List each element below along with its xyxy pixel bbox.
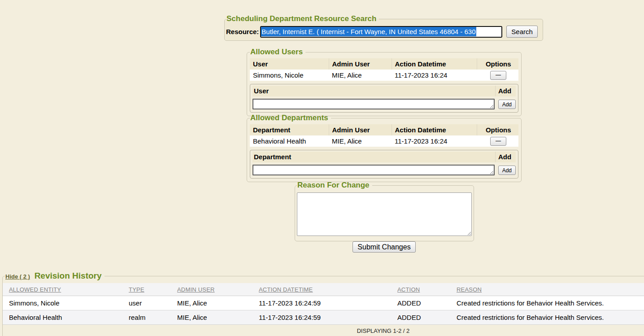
revision-admin: MIE, Alice	[174, 310, 256, 325]
revision-reason: Created restrictions for Behavior Health…	[454, 310, 644, 325]
allowed-departments-fieldset: Allowed Departments Department Admin Use…	[247, 113, 522, 182]
allowed-departments-table: Department Admin User Action Datetime Op…	[250, 124, 518, 147]
allowed-departments-header-row: Department Admin User Action Datetime Op…	[250, 124, 518, 135]
add-user-column-label: User	[252, 86, 495, 96]
remove-user-button[interactable]: —	[490, 71, 506, 80]
column-header-user: User	[250, 58, 329, 70]
revision-datetime: 11-17-2023 16:24:59	[256, 310, 395, 325]
reason-textarea[interactable]	[297, 192, 472, 236]
add-user-header: User Add	[252, 86, 516, 96]
sort-action-link[interactable]: ACTION	[397, 286, 420, 293]
allowed-users-legend: Allowed Users	[250, 48, 305, 57]
add-user-add-label: Add	[495, 86, 516, 96]
scheduling-resource-restrictions-page: { "colors": { "page_bg": "#f3eedd", "bei…	[0, 0, 644, 336]
add-department-row: Add	[252, 165, 516, 175]
resource-search-legend: Scheduling Department Resource Search	[226, 14, 379, 23]
sort-type-link[interactable]: TYPE	[129, 286, 144, 293]
resource-row: Resource: Butler, Internist E. ( Interni…	[226, 26, 541, 38]
reason-for-change-legend: Reason For Change	[297, 181, 372, 190]
revision-entity: Simmons, Nicole	[3, 296, 126, 310]
resource-label: Resource:	[226, 28, 259, 35]
allowed-department-row: Behavioral Health MIE, Alice 11-17-2023 …	[250, 135, 518, 147]
sort-reason-link[interactable]: REASON	[457, 286, 482, 293]
allowed-department-name: Behavioral Health	[250, 135, 329, 147]
allowed-department-datetime: 11-17-2023 16:24	[392, 135, 477, 147]
add-department-add-label: Add	[495, 152, 516, 162]
allowed-user-name: Simmons, Nicole	[250, 70, 329, 81]
resource-search-fieldset: Scheduling Department Resource Search Re…	[224, 14, 543, 41]
allowed-department-admin: MIE, Alice	[329, 135, 392, 147]
revision-entity: Behavioral Health	[3, 310, 126, 325]
allowed-users-header-row: User Admin User Action Datetime Options	[250, 58, 518, 70]
add-department-column-label: Department	[252, 152, 495, 162]
add-user-button[interactable]: Add	[498, 100, 516, 109]
revision-history-legend: Hide ( 2 ) Revision History	[5, 271, 104, 281]
sort-action-datetime-link[interactable]: ACTION DATETIME	[259, 286, 313, 293]
revision-admin: MIE, Alice	[174, 296, 256, 310]
resource-input[interactable]: Butler, Internist E. ( Internist - Fort …	[260, 26, 502, 38]
add-department-box: Department Add Add	[250, 150, 518, 179]
allowed-users-fieldset: Allowed Users User Admin User Action Dat…	[247, 48, 522, 116]
add-user-row: Add	[252, 99, 516, 109]
allowed-user-datetime: 11-17-2023 16:24	[392, 70, 477, 81]
column-header-options: Options	[477, 124, 518, 135]
revision-action: ADDED	[395, 310, 454, 325]
allowed-user-row: Simmons, Nicole MIE, Alice 11-17-2023 16…	[250, 70, 518, 81]
revision-history-title: Revision History	[35, 271, 102, 280]
add-user-box: User Add Add	[250, 84, 518, 113]
revision-action: ADDED	[395, 296, 454, 310]
add-department-header: Department Add	[252, 152, 516, 162]
revision-row: Simmons, Nicole user MIE, Alice 11-17-20…	[3, 296, 644, 310]
column-header-admin-user: Admin User	[329, 124, 392, 135]
resource-input-selected-text: Butler, Internist E. ( Internist - Fort …	[261, 27, 476, 36]
search-button[interactable]: Search	[506, 26, 538, 38]
reason-for-change-fieldset: Reason For Change	[295, 181, 474, 241]
column-header-action-datetime: Action Datetime	[392, 124, 477, 135]
revision-type: realm	[126, 310, 174, 325]
column-header-department: Department	[250, 124, 329, 135]
paging-status: DISPLAYING 1-2 / 2	[3, 325, 644, 336]
add-user-input[interactable]	[252, 99, 495, 109]
add-department-input[interactable]	[252, 165, 495, 175]
sort-admin-user-link[interactable]: ADMIN USER	[177, 286, 215, 293]
hide-link[interactable]: Hide ( 2 )	[5, 273, 30, 280]
remove-department-button[interactable]: —	[490, 137, 506, 146]
allowed-departments-legend: Allowed Departments	[250, 113, 331, 122]
submit-changes-button[interactable]: Submit Changes	[352, 241, 416, 253]
revision-reason: Created restrictions for Behavior Health…	[454, 296, 644, 310]
column-header-action-datetime: Action Datetime	[392, 58, 477, 70]
sort-allowed-entity-link[interactable]: ALLOWED ENTITY	[9, 286, 61, 293]
revision-history-fieldset: Hide ( 2 ) Revision History ALLOWED ENTI…	[2, 271, 644, 336]
column-header-options: Options	[477, 58, 518, 70]
add-department-button[interactable]: Add	[498, 166, 516, 175]
revision-type: user	[126, 296, 174, 310]
revision-history-table: ALLOWED ENTITY TYPE ADMIN USER ACTION DA…	[3, 283, 644, 325]
revision-row: Behavioral Health realm MIE, Alice 11-17…	[3, 310, 644, 325]
allowed-user-admin: MIE, Alice	[329, 70, 392, 81]
revision-datetime: 11-17-2023 16:24:59	[256, 296, 395, 310]
column-header-admin-user: Admin User	[329, 58, 392, 70]
revision-history-header-row: ALLOWED ENTITY TYPE ADMIN USER ACTION DA…	[3, 283, 644, 296]
allowed-users-table: User Admin User Action Datetime Options …	[250, 58, 518, 81]
